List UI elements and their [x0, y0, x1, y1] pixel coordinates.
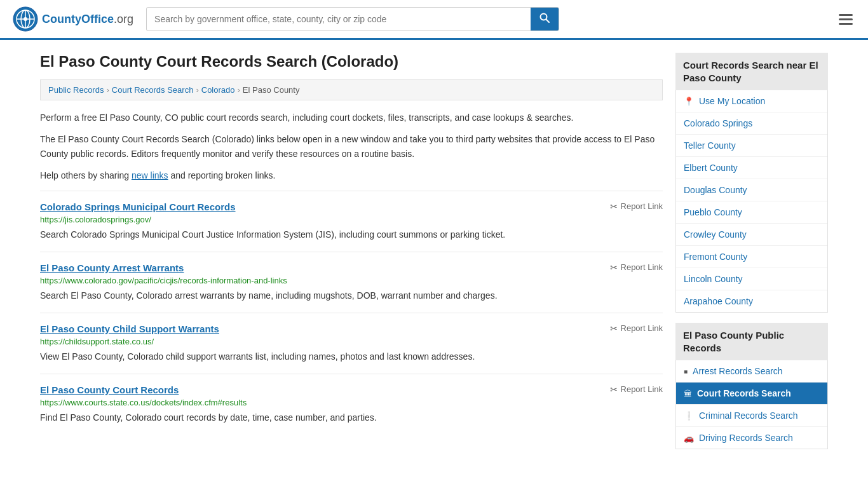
report-icon: ✂ — [610, 323, 618, 334]
use-my-location-link[interactable]: Use My Location — [699, 96, 765, 106]
main-container: El Paso County Court Records Search (Col… — [27, 40, 841, 472]
breadcrumb-sep-1: › — [106, 85, 109, 95]
douglas-county-link[interactable]: Douglas County — [684, 185, 747, 195]
record-link-title[interactable]: Colorado Springs Municipal Court Records — [40, 201, 236, 212]
report-link-label: Report Link — [621, 384, 663, 394]
sidebar-item-lincoln-county[interactable]: Lincoln County — [676, 268, 827, 290]
sidebar-public-records-list: ■ Arrest Records Search 🏛 Court Records … — [675, 360, 828, 449]
teller-county-link[interactable]: Teller County — [684, 140, 736, 151]
breadcrumb-colorado[interactable]: Colorado — [201, 85, 235, 95]
location-icon: 📍 — [684, 97, 694, 106]
sidebar-item-fremont-county[interactable]: Fremont County — [676, 246, 827, 268]
sidebar-item-arapahoe-county[interactable]: Arapahoe County — [676, 290, 827, 312]
square-icon: ■ — [684, 368, 688, 375]
record-link-header: Colorado Springs Municipal Court Records… — [40, 201, 663, 212]
breadcrumb-public-records[interactable]: Public Records — [48, 85, 104, 95]
sidebar-item-pueblo-county[interactable]: Pueblo County — [676, 201, 827, 224]
description-3: Help others by sharing new links and rep… — [40, 168, 663, 182]
breadcrumb-sep-2: › — [196, 85, 198, 95]
report-link-label: Report Link — [621, 262, 663, 272]
sidebar-nearby-list: 📍 Use My Location Colorado Springs Telle… — [675, 90, 828, 313]
report-link-button[interactable]: ✂ Report Link — [610, 201, 663, 212]
search-icon — [539, 13, 550, 23]
logo-text: CountyOffice.org — [42, 13, 133, 26]
lincoln-county-link[interactable]: Lincoln County — [684, 274, 743, 284]
record-link-title[interactable]: El Paso County Court Records — [40, 384, 179, 395]
sidebar-nearby-header: Court Records Search near El Paso County — [675, 53, 828, 90]
record-url: https://childsupport.state.co.us/ — [40, 337, 663, 346]
report-icon: ✂ — [610, 262, 618, 273]
driving-records-link[interactable]: Driving Records Search — [699, 433, 793, 443]
pueblo-county-link[interactable]: Pueblo County — [684, 207, 742, 217]
record-link-header: El Paso County Child Support Warrants ✂ … — [40, 323, 663, 334]
record-link-item: El Paso County Court Records ✂ Report Li… — [40, 374, 663, 435]
logo-icon — [13, 6, 38, 32]
crowley-county-link[interactable]: Crowley County — [684, 229, 747, 240]
record-link-item: El Paso County Arrest Warrants ✂ Report … — [40, 252, 663, 313]
sidebar-item-colorado-springs[interactable]: Colorado Springs — [676, 112, 827, 135]
elbert-county-link[interactable]: Elbert County — [684, 163, 738, 173]
report-link-button[interactable]: ✂ Report Link — [610, 323, 663, 334]
record-url: https://jis.coloradosprings.gov/ — [40, 215, 663, 224]
report-icon: ✂ — [610, 384, 618, 395]
arapahoe-county-link[interactable]: Arapahoe County — [684, 296, 753, 306]
new-links-link[interactable]: new links — [132, 170, 168, 180]
logo-area[interactable]: CountyOffice.org — [13, 6, 133, 32]
building-icon: 🏛 — [684, 389, 692, 398]
fremont-county-link[interactable]: Fremont County — [684, 252, 747, 262]
record-desc: Search Colorado Springs Municipal Court … — [40, 228, 663, 241]
exclaim-icon: ❕ — [684, 411, 694, 421]
report-link-label: Report Link — [621, 201, 663, 211]
sidebar-public-records-section: El Paso County Public Records ■ Arrest R… — [675, 323, 828, 449]
sidebar-item-douglas-county[interactable]: Douglas County — [676, 179, 827, 201]
court-records-link[interactable]: Court Records Search — [697, 388, 791, 398]
arrest-records-link[interactable]: Arrest Records Search — [693, 366, 783, 376]
svg-point-5 — [24, 17, 27, 21]
record-link-item: Colorado Springs Municipal Court Records… — [40, 191, 663, 252]
record-link-title[interactable]: El Paso County Arrest Warrants — [40, 262, 184, 273]
report-link-label: Report Link — [621, 323, 663, 333]
criminal-records-link[interactable]: Criminal Records Search — [699, 410, 798, 421]
hamburger-icon — [839, 14, 853, 25]
report-icon: ✂ — [610, 201, 618, 212]
record-links: Colorado Springs Municipal Court Records… — [40, 191, 663, 435]
search-button[interactable] — [531, 8, 559, 30]
sidebar-item-criminal-records[interactable]: ❕ Criminal Records Search — [676, 405, 827, 427]
page-title: El Paso County Court Records Search (Col… — [40, 53, 663, 71]
sidebar-public-records-header: El Paso County Public Records — [675, 323, 828, 360]
sidebar-item-use-my-location[interactable]: 📍 Use My Location — [676, 90, 827, 112]
sidebar-item-court-records[interactable]: 🏛 Court Records Search — [676, 383, 827, 405]
hamburger-button[interactable] — [836, 11, 855, 27]
report-link-button[interactable]: ✂ Report Link — [610, 262, 663, 273]
header: CountyOffice.org — [0, 0, 868, 40]
sidebar-item-elbert-county[interactable]: Elbert County — [676, 157, 827, 179]
sidebar: Court Records Search near El Paso County… — [675, 53, 828, 459]
record-desc: Find El Paso County, Colorado court reco… — [40, 411, 663, 424]
search-input[interactable] — [147, 9, 531, 29]
description-2: The El Paso County Court Records Search … — [40, 132, 663, 161]
colorado-springs-link[interactable]: Colorado Springs — [684, 118, 752, 128]
search-bar — [146, 7, 559, 31]
sidebar-item-arrest-records[interactable]: ■ Arrest Records Search — [676, 360, 827, 383]
record-desc: Search El Paso County, Colorado arrest w… — [40, 289, 663, 302]
description-1: Perform a free El Paso County, CO public… — [40, 111, 663, 125]
sidebar-item-crowley-county[interactable]: Crowley County — [676, 224, 827, 246]
sidebar-item-teller-county[interactable]: Teller County — [676, 135, 827, 157]
record-desc: View El Paso County, Colorado child supp… — [40, 350, 663, 363]
record-link-header: El Paso County Arrest Warrants ✂ Report … — [40, 262, 663, 273]
record-url: https://www.colorado.gov/pacific/cicjis/… — [40, 276, 663, 285]
svg-line-7 — [546, 20, 550, 23]
car-icon: 🚗 — [684, 433, 694, 443]
sidebar-item-driving-records[interactable]: 🚗 Driving Records Search — [676, 427, 827, 449]
breadcrumb-current: El Paso County — [243, 85, 300, 95]
breadcrumb-sep-3: › — [238, 85, 240, 95]
record-link-title[interactable]: El Paso County Child Support Warrants — [40, 323, 219, 334]
record-link-item: El Paso County Child Support Warrants ✂ … — [40, 313, 663, 374]
content-area: El Paso County Court Records Search (Col… — [40, 53, 663, 459]
breadcrumb-court-records[interactable]: Court Records Search — [112, 85, 194, 95]
record-url: https://www.courts.state.co.us/dockets/i… — [40, 398, 663, 407]
breadcrumb: Public Records › Court Records Search › … — [40, 79, 663, 100]
record-link-header: El Paso County Court Records ✂ Report Li… — [40, 384, 663, 395]
sidebar-nearby-section: Court Records Search near El Paso County… — [675, 53, 828, 313]
report-link-button[interactable]: ✂ Report Link — [610, 384, 663, 395]
